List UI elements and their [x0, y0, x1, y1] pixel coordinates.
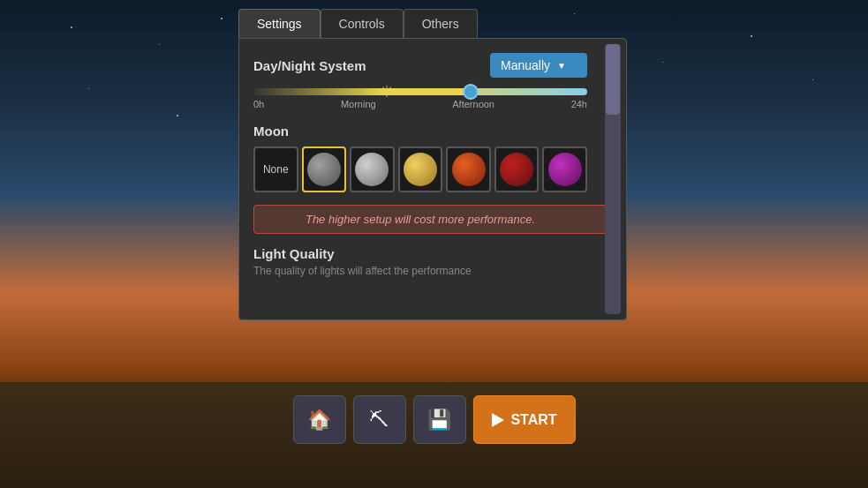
moon-purple-circle [548, 153, 582, 186]
label-24h: 24h [571, 99, 587, 109]
dropdown-arrow-icon: ▼ [557, 61, 566, 71]
time-slider-track[interactable]: ☀ [253, 88, 587, 95]
moon-none-label: None [263, 163, 289, 176]
moon-option-purple[interactable] [542, 146, 587, 192]
label-morning: Morning [341, 99, 376, 109]
moon-option-grey[interactable] [302, 146, 347, 192]
moon-option-silver[interactable] [350, 146, 395, 192]
label-afternoon: Afternoon [452, 99, 494, 109]
tools-button[interactable]: ⛏ [352, 395, 405, 444]
tools-icon: ⛏ [369, 409, 389, 432]
moon-title: Moon [253, 124, 289, 139]
scrollbar[interactable] [605, 44, 621, 314]
slider-fill [253, 88, 471, 95]
play-icon [491, 413, 503, 427]
save-icon: 💾 [427, 409, 451, 432]
light-quality-title: Light Quality [253, 246, 587, 261]
daynight-mode-dropdown[interactable]: Manually ▼ [490, 53, 587, 78]
tab-bar: Settings Controls Others [238, 9, 627, 38]
bottom-toolbar: 🏠 ⛏ 💾 START [292, 395, 575, 444]
daynight-mode-label: Manually [501, 58, 550, 72]
moon-grey-circle [307, 153, 341, 186]
daynight-row: Day/Night System Manually ▼ [253, 53, 612, 78]
moon-orange-circle [452, 153, 486, 186]
sun-icon: ☀ [380, 82, 394, 101]
time-slider-container: ☀ 0h Morning Afternoon 24h [253, 88, 612, 109]
scrollbar-thumb[interactable] [606, 44, 620, 115]
tab-settings[interactable]: Settings [238, 9, 321, 38]
moon-red-circle [500, 153, 533, 186]
light-quality-section: Light Quality The quality of lights will… [253, 246, 612, 277]
start-button[interactable]: START [472, 395, 575, 444]
panel-body: Day/Night System Manually ▼ ☀ 0h Morning… [238, 38, 627, 320]
home-icon: 🏠 [307, 409, 331, 432]
moon-silver-circle [355, 153, 389, 186]
moon-option-orange[interactable] [446, 146, 491, 192]
settings-panel-container: Settings Controls Others Day/Night Syste… [238, 9, 627, 320]
moon-section: Moon None [253, 124, 612, 192]
moon-option-red[interactable] [494, 146, 540, 192]
slider-labels: 0h Morning Afternoon 24h [253, 99, 587, 109]
light-quality-description: The quality of lights will affect the pe… [253, 265, 587, 277]
label-0h: 0h [253, 99, 264, 109]
tab-others[interactable]: Others [404, 9, 478, 38]
save-button[interactable]: 💾 [412, 395, 465, 444]
moon-gold-circle [404, 153, 437, 186]
moon-option-gold[interactable] [398, 146, 443, 192]
slider-thumb[interactable] [463, 84, 479, 100]
moon-options-grid: None [253, 146, 587, 192]
home-button[interactable]: 🏠 [292, 395, 345, 444]
performance-warning: The higher setup will cost more performa… [253, 205, 612, 234]
start-label: START [510, 412, 556, 428]
moon-option-none[interactable]: None [253, 146, 298, 192]
daynight-title: Day/Night System [253, 58, 366, 73]
tab-controls[interactable]: Controls [321, 9, 404, 38]
